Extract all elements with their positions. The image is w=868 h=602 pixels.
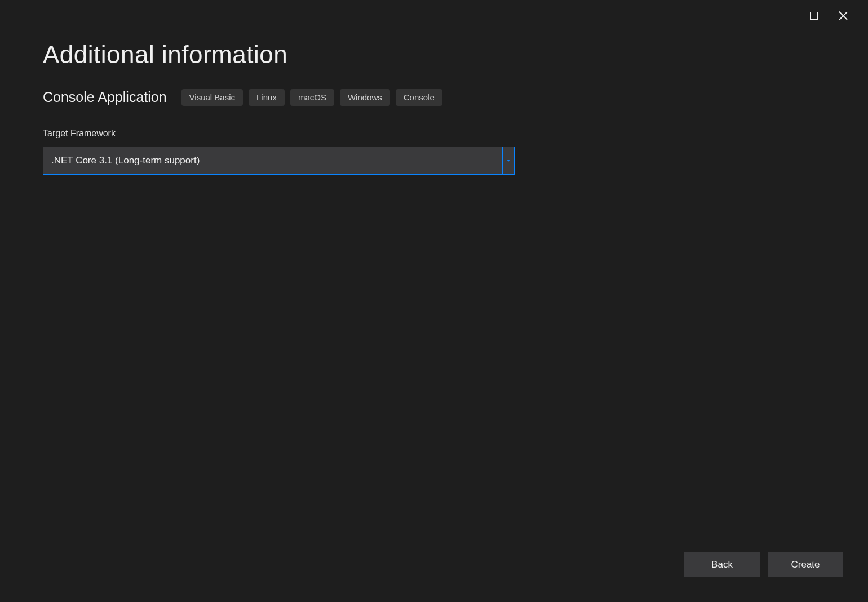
page-title: Additional information bbox=[43, 41, 825, 69]
window-controls bbox=[807, 0, 868, 32]
project-tags: Visual Basic Linux macOS Windows Console bbox=[181, 89, 442, 106]
project-name: Console Application bbox=[43, 89, 167, 105]
tag-visual-basic: Visual Basic bbox=[181, 89, 243, 106]
tag-console: Console bbox=[396, 89, 442, 106]
footer-buttons: Back Create bbox=[684, 552, 843, 577]
back-button[interactable]: Back bbox=[684, 552, 760, 577]
tag-windows: Windows bbox=[340, 89, 390, 106]
close-button[interactable] bbox=[836, 9, 850, 23]
maximize-icon bbox=[810, 12, 818, 20]
tag-macos: macOS bbox=[290, 89, 334, 106]
target-framework-selected: .NET Core 3.1 (Long-term support) bbox=[43, 147, 503, 174]
maximize-button[interactable] bbox=[807, 9, 821, 23]
target-framework-label: Target Framework bbox=[43, 129, 825, 139]
create-button[interactable]: Create bbox=[768, 552, 843, 577]
chevron-down-icon bbox=[507, 160, 510, 162]
tag-linux: Linux bbox=[249, 89, 285, 106]
project-header-row: Console Application Visual Basic Linux m… bbox=[43, 89, 825, 106]
close-icon bbox=[838, 11, 848, 21]
dropdown-arrow-button[interactable] bbox=[503, 147, 514, 174]
main-content: Additional information Console Applicati… bbox=[0, 0, 868, 175]
target-framework-dropdown[interactable]: .NET Core 3.1 (Long-term support) bbox=[43, 147, 515, 175]
